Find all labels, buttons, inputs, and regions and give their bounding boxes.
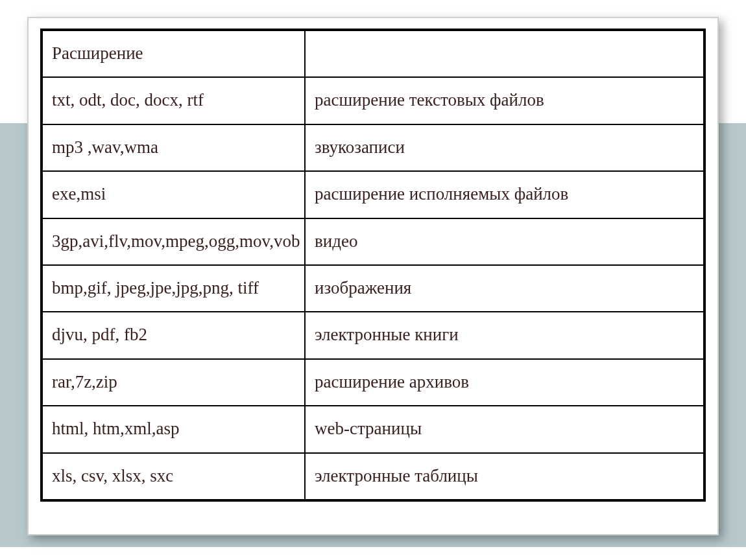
cell-extension: 3gp,avi,flv,mov,mpeg,ogg,mov,vob bbox=[42, 218, 305, 265]
cell-description: изображения bbox=[305, 265, 704, 312]
cell-extension: html, htm,xml,asp bbox=[42, 406, 305, 452]
extensions-table: Расширение txt, odt, doc, docx, rtf расш… bbox=[40, 29, 706, 502]
table-row: txt, odt, doc, docx, rtf расширение текс… bbox=[42, 77, 704, 124]
slide-card: Расширение txt, odt, doc, docx, rtf расш… bbox=[27, 17, 719, 535]
cell-extension: rar,7z,zip bbox=[42, 359, 305, 406]
header-col-description bbox=[305, 30, 704, 77]
cell-extension: exe,msi bbox=[42, 171, 305, 218]
table-row: bmp,gif, jpeg,jpe,jpg,png, tiff изображе… bbox=[42, 265, 704, 312]
header-col-extension: Расширение bbox=[42, 30, 305, 77]
table-row: xls, csv, xlsx, sxc электронные таблицы bbox=[42, 453, 704, 500]
table-row: rar,7z,zip расширение архивов bbox=[42, 359, 704, 406]
table-row: 3gp,avi,flv,mov,mpeg,ogg,mov,vob видео bbox=[42, 218, 704, 265]
table-row: mp3 ,wav,wma звукозаписи bbox=[42, 124, 704, 171]
cell-extension: txt, odt, doc, docx, rtf bbox=[42, 77, 305, 124]
cell-extension: xls, csv, xlsx, sxc bbox=[42, 453, 305, 500]
cell-extension: mp3 ,wav,wma bbox=[42, 124, 305, 171]
cell-description: расширение исполняемых файлов bbox=[305, 171, 704, 218]
table-row: html, htm,xml,asp web-страницы bbox=[42, 406, 704, 452]
table-row: exe,msi расширение исполняемых файлов bbox=[42, 171, 704, 218]
cell-description: видео bbox=[305, 218, 704, 265]
cell-description: электронные книги bbox=[305, 312, 704, 358]
cell-description: расширение текстовых файлов bbox=[305, 77, 704, 124]
cell-description: расширение архивов bbox=[305, 359, 704, 406]
table-row: djvu, pdf, fb2 электронные книги bbox=[42, 312, 704, 358]
cell-description: web-страницы bbox=[305, 406, 704, 452]
cell-extension: bmp,gif, jpeg,jpe,jpg,png, tiff bbox=[42, 265, 305, 312]
cell-description: звукозаписи bbox=[305, 124, 704, 171]
cell-extension: djvu, pdf, fb2 bbox=[42, 312, 305, 358]
table-header-row: Расширение bbox=[42, 30, 704, 77]
cell-description: электронные таблицы bbox=[305, 453, 704, 500]
